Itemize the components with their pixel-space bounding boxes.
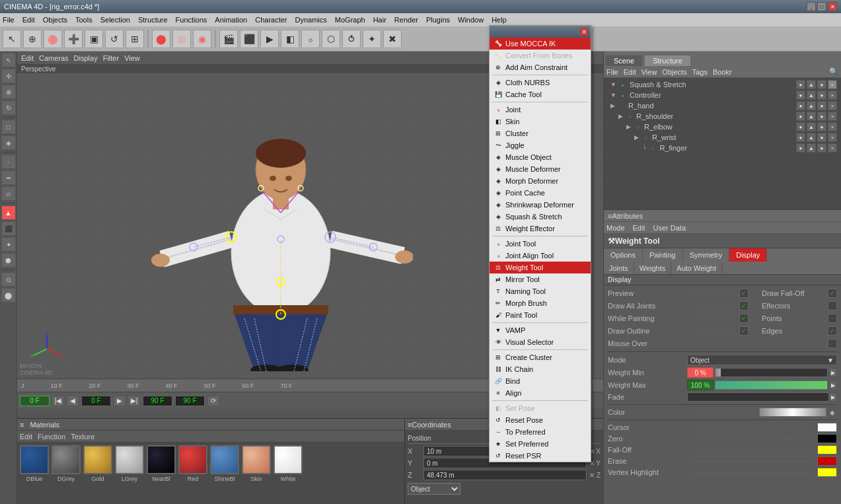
menu-shrinkwrap[interactable]: ◈ Shrinkwrap Deformer	[490, 199, 591, 211]
vp-menu-filter[interactable]: Filter	[103, 54, 119, 62]
tree-rhand-lock[interactable]: ▲	[807, 101, 816, 110]
coord-dropdown[interactable]: Object World	[408, 483, 460, 495]
tb-play-btn[interactable]: ▶	[260, 30, 279, 48]
menu-cache-tool[interactable]: 💾 Cache Tool	[490, 89, 591, 100]
tb-move-btn[interactable]: ⊕	[23, 30, 42, 48]
menu-point-cache[interactable]: ◈ Point Cache	[490, 187, 591, 199]
menu-joint[interactable]: ⬦ Joint	[490, 104, 591, 116]
lt-edge-btn[interactable]: ━	[1, 170, 16, 185]
tl-step-fwd-btn[interactable]: ▶|	[128, 396, 140, 406]
menu-hair[interactable]: Hair	[373, 16, 386, 24]
attr-fade-arrow[interactable]: ▶	[829, 392, 837, 402]
menu-convert-bones[interactable]: 🦴 Convert From Bones	[490, 50, 591, 61]
tb-wrap-btn[interactable]: ✦	[363, 30, 381, 48]
tl-play-btn[interactable]: ▶	[114, 396, 126, 406]
maximize-btn[interactable]: □	[817, 2, 826, 11]
attrs-menu-edit[interactable]: Edit	[633, 224, 645, 232]
menu-add-aim[interactable]: ⊕ Add Aim Constraint	[490, 61, 591, 73]
lt-world-btn[interactable]: ⊙	[1, 272, 16, 287]
tree-ctrl-x[interactable]: ×	[828, 90, 837, 100]
attrs-menu-mode[interactable]: Mode	[606, 224, 625, 232]
tb-ring-btn[interactable]: ◉	[193, 30, 211, 48]
tb-node-btn[interactable]: ⬡	[322, 30, 340, 48]
attrs-tab-painting[interactable]: Painting	[643, 248, 683, 262]
attr-fade-slider[interactable]	[687, 392, 829, 402]
lt-rotate-btn[interactable]: ↻	[1, 100, 16, 115]
tree-rfin-x[interactable]: ×	[828, 143, 837, 153]
tree-rsh-vis[interactable]: ●	[796, 112, 805, 121]
tree-squash-extra[interactable]: ●	[817, 80, 826, 89]
mat-skin[interactable]: Skin	[242, 445, 271, 482]
attr-weightmax-arrow[interactable]: ▶	[829, 380, 837, 390]
attr-weightmin-bar[interactable]	[715, 368, 828, 377]
menu-set-preferred[interactable]: ★ Set Preferred	[490, 438, 591, 450]
menu-morph-deformer[interactable]: ◈ Morph Deformer	[490, 175, 591, 187]
attr-drawoutline-check[interactable]: ✓	[739, 326, 749, 336]
close-btn[interactable]: ✕	[828, 2, 837, 11]
attr-weightmin-input[interactable]	[687, 367, 713, 378]
attr-color-swatch[interactable]	[759, 408, 827, 417]
menu-bind[interactable]: 🔗 Bind	[490, 375, 591, 387]
lt-select-btn[interactable]: ↖	[1, 53, 16, 67]
vp-menu-edit[interactable]: Edit	[21, 54, 34, 62]
tree-rhand-x[interactable]: ×	[828, 101, 837, 110]
current-frame-input[interactable]	[20, 396, 50, 406]
mat-white[interactable]: White	[274, 445, 303, 482]
tb-red-sphere[interactable]: ⬤	[152, 30, 170, 48]
menu-vamp[interactable]: ▼ VAMP	[490, 324, 591, 336]
menu-cluster[interactable]: ⊞ Cluster	[490, 127, 591, 139]
lt-move-btn[interactable]: ✢	[1, 69, 16, 83]
menu-align[interactable]: ≡ Align	[490, 387, 591, 399]
vp-menu-view[interactable]: View	[124, 54, 140, 62]
attr-effectors-check[interactable]: ·	[828, 301, 837, 310]
scene-tab-scene[interactable]: Scene	[605, 55, 643, 66]
tree-relb-vis[interactable]: ●	[796, 122, 805, 131]
menu-help[interactable]: Help	[492, 16, 507, 24]
tb-cube-btn[interactable]: ▣	[85, 30, 103, 48]
mat-lgrey[interactable]: LGrey	[115, 445, 144, 482]
menu-muscle-object[interactable]: ◈ Muscle Object	[490, 151, 591, 163]
mat-menu-texture[interactable]: Texture	[71, 433, 94, 441]
menu-morph-brush[interactable]: ✏ Morph Brush	[490, 297, 591, 309]
tree-rfin-lock[interactable]: ▲	[807, 143, 816, 153]
lt-active-tool-btn[interactable]: ▲	[1, 205, 16, 220]
attr-drawfalloff-check[interactable]: ✓	[828, 289, 837, 298]
menu-skin[interactable]: ◧ Skin	[490, 116, 591, 127]
menu-muscle-deformer[interactable]: ◈ Muscle Deformer	[490, 163, 591, 175]
attr-points-check[interactable]: ·	[828, 314, 837, 323]
attr-weightmin-arrow[interactable]: ▶	[829, 368, 837, 377]
tb-clap-btn[interactable]: 🎬	[219, 30, 238, 48]
tb-record-btn[interactable]: ⬛	[240, 30, 258, 48]
tree-rwri-vis[interactable]: ●	[796, 133, 805, 142]
tl-step-back-btn[interactable]: ◀	[67, 396, 79, 406]
end-frame-input[interactable]	[143, 396, 172, 406]
menu-ik-chain[interactable]: ⛓ IK Chain	[490, 363, 591, 375]
tree-rsh-lock[interactable]: ▲	[807, 112, 816, 121]
tb-sphere-btn[interactable]: ⬤	[44, 30, 62, 48]
tb-double-ring[interactable]: ◎	[172, 30, 191, 48]
tb-undo-btn[interactable]: ↺	[105, 30, 124, 48]
menu-jiggle[interactable]: 〜 Jiggle	[490, 139, 591, 151]
menu-render[interactable]: Render	[394, 16, 418, 24]
menu-to-preferred[interactable]: → To Preferred	[490, 426, 591, 438]
tree-squash-lock[interactable]: ▲	[807, 80, 816, 89]
mat-shinebl[interactable]: ShineBl	[210, 445, 239, 482]
attr-zero-swatch[interactable]	[817, 434, 837, 443]
menu-character[interactable]: Character	[255, 16, 287, 24]
lt-brush-btn[interactable]: ⬛	[1, 221, 16, 236]
menu-naming-tool[interactable]: T Naming Tool	[490, 285, 591, 297]
attr-preview-check[interactable]: ✓	[739, 289, 749, 298]
attr-edges-check[interactable]: ✓	[828, 326, 837, 336]
mat-nearbl[interactable]: NearBl	[147, 445, 176, 482]
attrs-subtab-joints[interactable]: Joints	[604, 262, 634, 274]
tb-cursor-btn[interactable]: ↖	[3, 30, 21, 48]
mat-dblue[interactable]: DBlue	[20, 445, 49, 482]
menu-reset-pose[interactable]: ↺ Reset Pose	[490, 414, 591, 426]
attr-mouseover-check[interactable]: ·	[828, 339, 837, 348]
menu-mirror-tool[interactable]: ⇄ Mirror Tool	[490, 273, 591, 285]
menu-joint-tool[interactable]: ⬦ Joint Tool	[490, 238, 591, 250]
tree-ctrl-extra[interactable]: ●	[817, 90, 826, 100]
menu-squash-stretch[interactable]: ◈ Squash & Stretch	[490, 211, 591, 223]
lt-magnet-btn[interactable]: ⬟	[1, 253, 16, 268]
menu-tools[interactable]: Tools	[75, 16, 92, 24]
